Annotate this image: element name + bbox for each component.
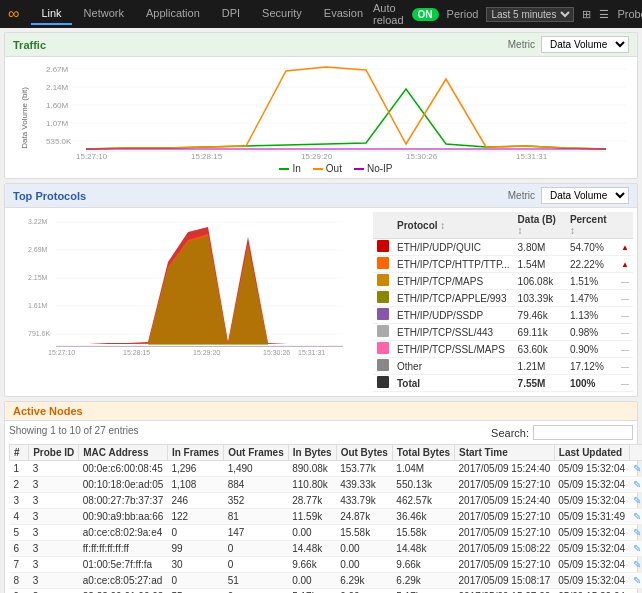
proto-name-cell: ETH/IP/TCP/HTTP/TTP... [393,256,514,273]
svg-text:2.14M: 2.14M [46,83,69,92]
col-probe[interactable]: Probe ID [29,445,79,461]
traffic-metric-label: Metric [508,39,535,50]
row-edit[interactable]: ✎ [629,557,642,573]
row-mac: 00:0e:c6:00:08:45 [79,461,168,477]
protocol-chart: 3.22M 2.69M 2.15M 1.61M 791.6K [9,212,367,352]
search-input[interactable] [533,425,633,440]
row-probe: 3 [29,477,79,493]
row-total-bytes: 550.13k [392,477,454,493]
proto-name-cell: ETH/IP/TCP/APPLE/993 [393,290,514,307]
nodes-showing: Showing 1 to 10 of 27 entries [9,425,139,436]
proto-name-cell: ETH/IP/TCP/SSL/443 [393,324,514,341]
tab-link[interactable]: Link [31,3,71,25]
row-num: 6 [10,541,29,557]
col-total-bytes[interactable]: Total Bytes [392,445,454,461]
row-edit[interactable]: ✎ [629,509,642,525]
protocols-header: Top Protocols Metric Data Volume [5,184,637,208]
protocol-row: ETH/IP/TCP/APPLE/993 103.39k 1.47% — [373,290,633,307]
row-num: 2 [10,477,29,493]
svg-text:15:31:31: 15:31:31 [298,349,325,356]
col-in-frames[interactable]: In Frames [167,445,223,461]
row-edit[interactable]: ✎ [629,477,642,493]
protocol-row: ETH/IP/TCP/HTTP/TTP... 1.54M 22.22% ▲ [373,256,633,273]
traffic-chart-container: Data Volume (bit) 2.67M 2.14M 1.60M 1.07… [5,57,637,178]
col-last-updated[interactable]: Last Updated [554,445,629,461]
row-out-frames: 81 [224,509,289,525]
nodes-panel: Active Nodes Showing 1 to 10 of 27 entri… [4,401,638,593]
table-row: 9 3 33:33:00:01:00:03 55 0 5.17k 0.00 5.… [10,589,643,594]
col-out-bytes[interactable]: Out Bytes [336,445,392,461]
col-num[interactable]: # [10,445,29,461]
row-out-frames: 0 [224,557,289,573]
row-out-frames: 884 [224,477,289,493]
proto-data-cell: 1.54M [514,256,566,273]
svg-text:15:29:20: 15:29:20 [193,349,220,356]
proto-percent-cell: 100% [566,375,617,392]
proto-color-cell [373,358,393,375]
proto-col-percent[interactable]: Percent ↕ [566,212,617,239]
row-edit[interactable]: ✎ [629,573,642,589]
row-edit[interactable]: ✎ [629,589,642,594]
row-out-bytes: 24.87k [336,509,392,525]
tab-security[interactable]: Security [252,3,312,25]
tab-network[interactable]: Network [74,3,134,25]
nav-right: Auto reload ON Period Last 5 minutes ⊞ ☰… [373,2,642,26]
row-start-time: 2017/05/09 15:24:40 [455,493,555,509]
col-mac[interactable]: MAC Address [79,445,168,461]
list-icon[interactable]: ☰ [599,8,609,21]
row-edit[interactable]: ✎ [629,493,642,509]
row-num: 8 [10,573,29,589]
row-out-bytes: 6.29k [336,573,392,589]
protocol-row: ETH/IP/TCP/SSL/MAPS 63.60k 0.90% — [373,341,633,358]
nodes-table: # Probe ID MAC Address In Frames Out Fra… [9,444,642,593]
protocols-metric-select[interactable]: Data Volume [541,187,629,204]
table-row: 8 3 a0:ce:c8:05:27:ad 0 51 0.00 6.29k 6.… [10,573,643,589]
row-start-time: 2017/05/09 15:08:22 [455,541,555,557]
proto-trend-cell: — [617,307,633,324]
period-select[interactable]: Last 5 minutes [486,7,574,22]
svg-text:15:27:10: 15:27:10 [48,349,75,356]
legend-out-dot [313,168,323,170]
autoreload-toggle[interactable]: ON [412,8,439,21]
tab-application[interactable]: Application [136,3,210,25]
proto-color-cell [373,256,393,273]
svg-text:2.69M: 2.69M [28,246,48,253]
nodes-search-area: Search: [491,425,633,440]
proto-trend-cell: — [617,358,633,375]
tab-dpi[interactable]: DPI [212,3,250,25]
svg-text:2.67M: 2.67M [46,65,69,74]
proto-name-cell: ETH/IP/TCP/SSL/MAPS [393,341,514,358]
row-last-updated: 05/09 15:32:04 [554,557,629,573]
row-in-frames: 0 [167,525,223,541]
row-num: 9 [10,589,29,594]
autoreload-label: Auto reload [373,2,404,26]
proto-data-cell: 7.55M [514,375,566,392]
proto-trend-cell: — [617,324,633,341]
proto-percent-cell: 1.47% [566,290,617,307]
proto-trend-cell: — [617,375,633,392]
proto-col-data[interactable]: Data (B) ↕ [514,212,566,239]
proto-name-cell: ETH/IP/TCP/MAPS [393,273,514,290]
col-in-bytes[interactable]: In Bytes [288,445,336,461]
row-probe: 3 [29,461,79,477]
row-in-bytes: 9.66k [288,557,336,573]
row-mac: ff:ff:ff:ff:ff:ff [79,541,168,557]
row-in-bytes: 110.80k [288,477,336,493]
nodes-table-header: # Probe ID MAC Address In Frames Out Fra… [10,445,643,461]
tab-evasion[interactable]: Evasion [314,3,373,25]
row-edit[interactable]: ✎ [629,461,642,477]
proto-color-cell [373,375,393,392]
col-start-time[interactable]: Start Time [455,445,555,461]
legend-noip-label: No-IP [367,163,393,174]
svg-text:1.61M: 1.61M [28,302,48,309]
view-icon[interactable]: ⊞ [582,8,591,21]
row-out-frames: 0 [224,589,289,594]
row-edit[interactable]: ✎ [629,541,642,557]
traffic-metric-select[interactable]: Data Volume [541,36,629,53]
row-total-bytes: 14.48k [392,541,454,557]
col-out-frames[interactable]: Out Frames [224,445,289,461]
protocol-row: ETH/IP/TCP/SSL/443 69.11k 0.98% — [373,324,633,341]
proto-col-name[interactable]: Protocol ↕ [393,212,514,239]
row-mac: a0:ce:c8:05:27:ad [79,573,168,589]
row-edit[interactable]: ✎ [629,525,642,541]
